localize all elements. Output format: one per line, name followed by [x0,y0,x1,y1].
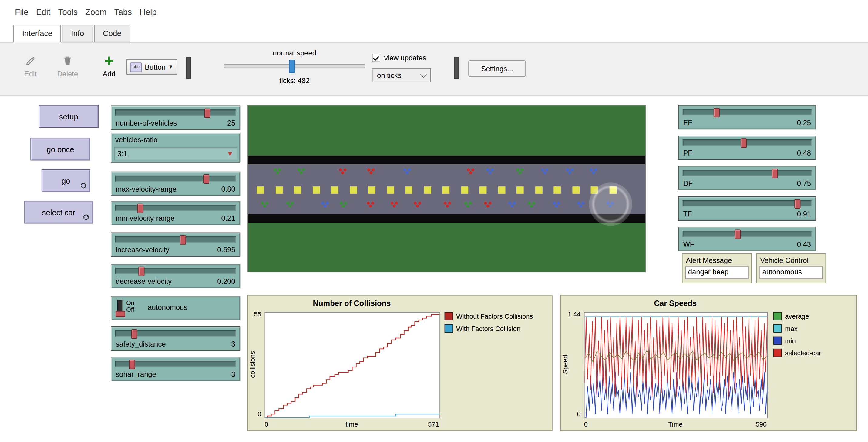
slider-groove[interactable] [683,170,812,176]
slider-groove[interactable] [683,200,812,207]
slider-max-velocity-range[interactable]: max-velocity-range0.80 [111,171,240,196]
slider-thumb[interactable] [131,329,137,339]
car-green[interactable] [339,201,348,208]
slider-groove[interactable] [683,231,812,237]
slider-tf[interactable]: TF0.91 [678,196,816,221]
view-updates-checkbox[interactable]: view updates [372,54,450,62]
slider-groove[interactable] [115,204,236,211]
switch-track[interactable] [117,300,122,316]
slider-thumb[interactable] [203,174,209,184]
slider-decrease-velocity[interactable]: decrease-velocity0.200 [111,264,240,288]
slider-number-of-vehicles[interactable]: number-of-vehicles25 [111,106,240,130]
car-blue[interactable] [565,168,575,175]
slider-ef[interactable]: EF0.25 [678,105,816,129]
menu-zoom[interactable]: Zoom [81,0,111,24]
slider-thumb[interactable] [137,204,143,213]
chooser-value-box[interactable]: 3:1 ▼ [114,147,237,160]
slider-name: number-of-vehicles [116,119,177,127]
car-green[interactable] [527,201,536,208]
car-green[interactable] [273,168,282,175]
slider-groove[interactable] [683,109,812,115]
slider-groove[interactable] [115,176,236,182]
car-green[interactable] [260,201,270,208]
switch-knob[interactable] [116,311,125,317]
menu-edit[interactable]: Edit [32,0,54,24]
car-red[interactable] [443,201,452,208]
legend-swatch [445,324,453,333]
slider-thumb[interactable] [180,235,186,245]
tab-code[interactable]: Code [94,25,130,42]
slider-thumb[interactable] [772,169,778,178]
car-blue[interactable] [486,168,495,175]
car-red[interactable] [338,168,347,175]
car-blue[interactable] [402,168,412,175]
speed-slider-thumb[interactable] [289,60,295,73]
button-go-once[interactable]: go once [30,138,90,160]
car-blue[interactable] [576,201,586,208]
car-red[interactable] [466,168,475,175]
slider-pf[interactable]: PF0.48 [678,135,816,160]
y-axis-label: collisions [249,312,256,417]
settings-button[interactable]: Settings... [468,60,526,77]
legend-item-max: max [773,324,821,333]
slider-thumb[interactable] [138,267,144,276]
car-blue[interactable] [540,168,550,175]
car-red[interactable] [366,168,376,175]
car-green[interactable] [515,168,525,175]
add-widget-button[interactable]: + Add [93,55,125,78]
monitor-value: autonomous [760,266,823,279]
checkbox-icon[interactable] [372,54,380,62]
slider-wf[interactable]: WF0.43 [678,227,816,251]
slider-groove[interactable] [115,268,236,274]
car-green[interactable] [463,201,473,208]
car-red[interactable] [413,201,423,208]
legend-swatch [773,337,781,345]
car-blue[interactable] [589,168,598,175]
slider-thumb[interactable] [129,359,135,369]
car-green[interactable] [297,168,306,175]
car-blue[interactable] [508,201,517,208]
car-red[interactable] [483,201,493,208]
car-red[interactable] [390,201,399,208]
car-red[interactable] [366,201,375,208]
car-green[interactable] [286,201,295,208]
slider-groove[interactable] [683,139,812,146]
lane-marker [350,186,357,194]
button-go[interactable]: go [41,169,90,192]
slider-value: 0.75 [797,179,811,187]
speed-slider[interactable] [223,64,365,68]
slider-thumb[interactable] [794,199,800,209]
button-setup[interactable]: setup [39,105,99,128]
tab-interface[interactable]: Interface [13,25,61,42]
switch-autonomous[interactable]: On Off autonomous [111,296,240,320]
update-mode-dropdown[interactable]: on ticks [372,68,431,83]
menu-tabs[interactable]: Tabs [111,0,135,24]
slider-name: increase-velocity [116,246,169,254]
slider-groove[interactable] [115,236,236,242]
legend-label: max [785,325,797,333]
menu-file[interactable]: File [11,0,32,24]
menu-help[interactable]: Help [135,0,160,24]
car-blue[interactable] [552,201,561,208]
slider-increase-velocity[interactable]: increase-velocity0.595 [111,232,240,257]
button-select-car[interactable]: select car [24,201,93,224]
slider-thumb[interactable] [741,138,747,148]
world-view[interactable] [247,105,646,272]
slider-sonar-range[interactable]: sonar_range3 [111,357,240,381]
slider-df[interactable]: DF0.75 [678,166,816,190]
slider-thumb[interactable] [735,229,741,239]
tab-info[interactable]: Info [62,25,93,42]
slider-thumb[interactable] [714,108,720,117]
slider-min-velocity-range[interactable]: min-velocity-range0.21 [111,201,240,225]
edit-button[interactable]: Edit [14,55,46,78]
slider-value: 0.200 [217,277,235,285]
delete-button[interactable]: Delete [52,55,84,78]
widget-type-dropdown[interactable]: abc Button ▼ [126,59,177,74]
menu-tools[interactable]: Tools [54,0,81,24]
chooser-vehicles-ratio[interactable]: vehicles-ratio 3:1 ▼ [111,133,240,163]
slider-thumb[interactable] [204,108,210,118]
slider-groove[interactable] [115,109,236,116]
tab-bar: InterfaceInfoCode [13,25,131,42]
car-blue[interactable] [320,201,330,208]
slider-safety-distance[interactable]: safety_distance3 [111,326,240,351]
